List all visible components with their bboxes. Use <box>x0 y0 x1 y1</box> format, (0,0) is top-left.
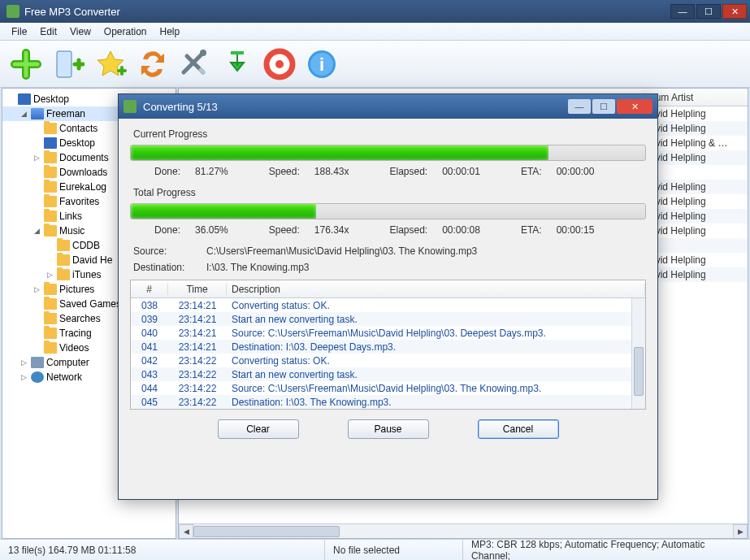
log-scrollbar[interactable] <box>631 298 645 409</box>
dialog-close-button[interactable]: ✕ <box>617 99 652 114</box>
status-mid: No file selected <box>325 540 463 560</box>
total-progress-label: Total Progress <box>133 187 646 198</box>
folder-icon <box>44 313 57 324</box>
tree-twisty-icon[interactable]: ▷ <box>19 373 28 381</box>
tree-twisty-icon[interactable]: ▷ <box>19 358 28 367</box>
tree-label: Freeman <box>46 108 85 119</box>
folder-icon <box>44 284 57 295</box>
tree-label: CDDB <box>72 240 100 251</box>
total-progressbar <box>130 203 646 219</box>
folder-icon <box>57 240 70 251</box>
tree-label: Computer <box>46 357 89 368</box>
log-row[interactable]: 03923:14:21Start an new converting task. <box>131 312 645 326</box>
help-button[interactable] <box>260 45 299 84</box>
tree-label: iTunes <box>72 269 102 280</box>
window-title: Free MP3 Converter <box>24 6 120 18</box>
tree-label: Videos <box>59 342 89 354</box>
cancel-button[interactable]: Cancel <box>478 419 559 439</box>
tree-label: Network <box>46 371 82 383</box>
tree-label: Saved Games <box>59 298 121 310</box>
app-icon <box>7 5 20 18</box>
folder-icon <box>44 211 57 222</box>
log-row[interactable]: 04123:14:21Destination: I:\03. Deepest D… <box>131 340 645 354</box>
menubar: FileEditViewOperationHelp <box>0 23 750 41</box>
converting-dialog: Converting 5/13 — ☐ ✕ Current Progress D… <box>118 93 658 500</box>
dialog-title: Converting 5/13 <box>143 101 218 113</box>
net-icon <box>31 371 44 383</box>
menu-operation[interactable]: Operation <box>98 24 154 39</box>
log-list[interactable]: # Time Description 03823:14:21Converting… <box>130 280 646 410</box>
settings-button[interactable] <box>176 45 215 84</box>
comp-icon <box>31 357 44 368</box>
tree-label: Downloads <box>59 167 107 178</box>
log-row[interactable]: 04523:14:22Destination: I:\03. The Knowi… <box>131 395 645 409</box>
tree-label: Desktop <box>33 93 69 105</box>
convert-button[interactable] <box>133 45 172 84</box>
menu-help[interactable]: Help <box>154 24 187 39</box>
source-label: Source: <box>133 245 206 257</box>
dialog-maximize-button[interactable]: ☐ <box>592 99 615 114</box>
svg-point-4 <box>275 60 284 68</box>
tree-label: Contacts <box>59 123 98 134</box>
user-icon <box>31 108 44 119</box>
folder-icon <box>57 269 70 280</box>
tree-twisty-icon[interactable]: ▷ <box>45 271 54 279</box>
tree-twisty-icon[interactable]: ◢ <box>32 227 41 235</box>
svg-point-1 <box>200 50 206 56</box>
source-path: C:\Users\Freeman\Music\David Helpling\03… <box>206 245 477 257</box>
maximize-button[interactable]: ☐ <box>696 4 721 19</box>
folder-icon <box>44 152 57 163</box>
folder-icon <box>44 342 57 354</box>
log-row[interactable]: 03823:14:21Converting status: OK. <box>131 298 645 312</box>
folder-icon <box>44 167 57 178</box>
tree-label: Searches <box>59 313 101 324</box>
minimize-button[interactable]: — <box>670 4 695 19</box>
current-progress-label: Current Progress <box>133 128 646 140</box>
folder-icon <box>44 181 57 193</box>
desktop-icon <box>18 93 31 105</box>
tree-twisty-icon[interactable]: ◢ <box>19 110 28 118</box>
pause-button[interactable]: Pause <box>348 419 429 439</box>
log-col-time[interactable]: Time <box>168 284 227 295</box>
clear-button[interactable]: Clear <box>218 419 299 439</box>
folder-icon <box>44 123 57 134</box>
close-button[interactable]: ✕ <box>722 4 747 19</box>
current-progressbar <box>130 145 646 161</box>
tree-label: Tracing <box>59 328 92 339</box>
menu-edit[interactable]: Edit <box>33 24 63 39</box>
log-col-desc[interactable]: Description <box>227 284 645 295</box>
scroll-thumb[interactable] <box>193 526 340 537</box>
status-right: MP3: CBR 128 kbps; Automatic Frequency; … <box>463 540 750 560</box>
log-row[interactable]: 04323:14:22Start an new converting task. <box>131 367 645 381</box>
log-col-num[interactable]: # <box>131 284 168 295</box>
download-button[interactable] <box>218 45 257 84</box>
add-folder-button[interactable] <box>49 45 88 84</box>
folder-icon <box>44 196 57 207</box>
dest-label: Destination: <box>133 262 206 273</box>
tree-label: EurekaLog <box>59 181 106 193</box>
log-row[interactable]: 04023:14:21Source: C:\Users\Freeman\Musi… <box>131 326 645 340</box>
add-file-button[interactable] <box>7 45 46 84</box>
tree-twisty-icon[interactable]: ▷ <box>32 154 41 162</box>
folder-icon <box>44 225 57 237</box>
tree-label: Favorites <box>59 196 99 207</box>
about-button[interactable]: i <box>302 45 341 84</box>
desktop-icon <box>44 137 57 149</box>
dialog-minimize-button[interactable]: — <box>568 99 591 114</box>
folder-icon <box>44 298 57 310</box>
scroll-left-icon[interactable]: ◀ <box>179 524 193 539</box>
tree-twisty-icon[interactable]: ▷ <box>32 285 41 293</box>
tree-label: Pictures <box>59 284 94 295</box>
favorites-button[interactable] <box>91 45 130 84</box>
menu-view[interactable]: View <box>63 24 98 39</box>
log-row[interactable]: 04423:14:22Source: C:\Users\Freeman\Musi… <box>131 381 645 395</box>
dialog-titlebar[interactable]: Converting 5/13 — ☐ ✕ <box>119 94 657 119</box>
tree-label: Documents <box>59 152 109 163</box>
scroll-right-icon[interactable]: ▶ <box>733 524 748 539</box>
tree-label: Links <box>59 211 82 222</box>
menu-file[interactable]: File <box>5 24 33 39</box>
horizontal-scrollbar[interactable]: ◀ ▶ <box>179 523 748 538</box>
titlebar[interactable]: Free MP3 Converter — ☐ ✕ <box>0 0 750 23</box>
log-row[interactable]: 04223:14:22Converting status: OK. <box>131 354 645 367</box>
folder-icon <box>44 328 57 339</box>
